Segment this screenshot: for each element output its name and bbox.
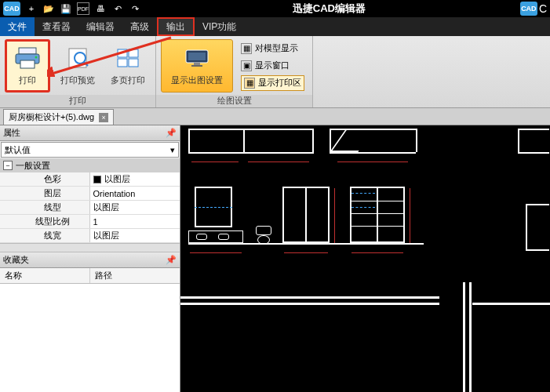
workspace: 属性 📌 默认值 ▾ − 一般设置 色彩 以图层 图层 Orientation …: [0, 125, 550, 392]
svg-rect-12: [188, 53, 206, 60]
panel-splitter[interactable]: [0, 243, 180, 252]
document-tab-bar: 厨房橱柜设计+(5).dwg ×: [0, 108, 550, 125]
multipage-label: 多页打印: [111, 74, 145, 86]
print-preview-button[interactable]: 打印预览: [55, 39, 100, 93]
favorites-body: [0, 284, 180, 392]
prop-row[interactable]: 色彩 以图层: [0, 172, 180, 187]
property-target-combo[interactable]: 默认值 ▾: [1, 142, 179, 158]
ribbon-group-print: 打印 打印预览 多页打印 打印: [0, 36, 156, 107]
prop-section-header[interactable]: − 一般设置: [0, 158, 180, 172]
document-tab[interactable]: 厨房橱柜设计+(5).dwg ×: [3, 109, 114, 125]
show-print-area-label: 显示打印区: [258, 77, 301, 89]
drawing-canvas[interactable]: [180, 125, 550, 392]
prop-name: 图层: [0, 187, 90, 200]
print-label: 打印: [19, 74, 36, 86]
menu-file[interactable]: 文件: [0, 17, 35, 36]
monitor-icon: [184, 45, 210, 71]
properties-title: 属性: [3, 127, 20, 139]
print-icon[interactable]: 🖶: [94, 2, 107, 15]
menu-viewer[interactable]: 查看器: [35, 17, 78, 36]
multipage-print-button[interactable]: 多页打印: [105, 39, 151, 93]
svg-rect-10: [129, 59, 138, 67]
prop-value[interactable]: 以图层: [90, 172, 180, 186]
prop-row[interactable]: 线宽 以图层: [0, 229, 180, 243]
preview-label: 打印预览: [60, 74, 95, 86]
app-logo: CAD: [3, 2, 20, 16]
prop-section-label: 一般设置: [16, 160, 50, 172]
left-panels: 属性 📌 默认值 ▾ − 一般设置 色彩 以图层 图层 Orientation …: [0, 125, 180, 392]
ribbon-group-plot-label: 绘图设置: [156, 95, 312, 107]
brand-suffix: C: [539, 2, 547, 15]
menu-advanced[interactable]: 高级: [122, 17, 157, 36]
prop-name: 色彩: [0, 172, 90, 186]
prop-name: 线型: [0, 201, 90, 214]
show-model-toggle[interactable]: ▦ 对模型显示: [241, 41, 304, 56]
prop-value[interactable]: 以图层: [90, 229, 180, 242]
prop-value[interactable]: 1: [90, 215, 180, 228]
close-icon[interactable]: ×: [99, 113, 108, 122]
color-swatch: [93, 176, 101, 183]
menu-vip[interactable]: VIP功能: [195, 17, 244, 36]
preview-icon: [64, 45, 91, 71]
fav-col-name[interactable]: 名称: [0, 268, 90, 283]
prop-value[interactable]: 以图层: [90, 201, 180, 214]
document-tab-label: 厨房橱柜设计+(5).dwg: [9, 111, 94, 123]
fav-col-path[interactable]: 路径: [90, 268, 180, 283]
print-button[interactable]: 打印: [5, 39, 50, 93]
title-bar: CAD + 📂 💾 PDF 🖶 ↶ ↷ 迅捷CAD编辑器 CAD C: [0, 0, 550, 17]
quick-access-toolbar: + 📂 💾 PDF 🖶 ↶ ↷: [25, 2, 141, 15]
prop-name: 线型比例: [0, 215, 90, 228]
pin-icon[interactable]: 📌: [166, 128, 177, 139]
printer-icon: [14, 45, 41, 71]
ribbon-group-print-label: 打印: [0, 95, 155, 107]
svg-rect-0: [19, 48, 36, 54]
pin-icon[interactable]: 📌: [166, 255, 177, 266]
favorites-panel-header: 收藏夹 📌: [0, 252, 180, 268]
show-window-label: 显示窗口: [255, 60, 290, 71]
prop-row[interactable]: 图层 Orientation: [0, 187, 180, 201]
svg-rect-14: [191, 65, 202, 67]
svg-rect-4: [69, 49, 86, 67]
undo-icon[interactable]: ↶: [111, 2, 124, 15]
show-window-toggle[interactable]: ▣ 显示窗口: [241, 58, 304, 74]
print-area-icon: ▦: [244, 78, 255, 89]
svg-point-3: [35, 56, 38, 59]
open-icon[interactable]: 📂: [42, 2, 55, 15]
save-icon[interactable]: 💾: [60, 2, 72, 15]
prop-value[interactable]: Orientation: [90, 187, 180, 200]
plot-options: ▦ 对模型显示 ▣ 显示窗口 ▦ 显示打印区: [238, 39, 308, 93]
menu-output[interactable]: 输出: [157, 17, 195, 36]
property-grid: 色彩 以图层 图层 Orientation 线型 以图层 线型比例 1 线宽 以…: [0, 172, 180, 243]
favorites-title: 收藏夹: [3, 254, 29, 266]
prop-name: 线宽: [0, 229, 90, 242]
svg-rect-2: [20, 60, 35, 68]
collapse-icon[interactable]: −: [3, 161, 13, 170]
menu-bar: 文件 查看器 编辑器 高级 输出 VIP功能: [0, 17, 550, 36]
multipage-icon: [115, 45, 141, 71]
properties-panel-header: 属性 📌: [0, 125, 180, 141]
chevron-down-icon[interactable]: ▾: [170, 145, 175, 155]
combo-value: 默认值: [5, 144, 31, 156]
favorites-columns: 名称 路径: [0, 268, 180, 284]
prop-row[interactable]: 线型比例 1: [0, 215, 180, 229]
prop-row[interactable]: 线型 以图层: [0, 201, 180, 215]
show-plot-config-label: 显示出图设置: [171, 74, 223, 86]
app-title: 迅捷CAD编辑器: [141, 2, 517, 16]
menu-editor[interactable]: 编辑器: [78, 17, 122, 36]
brand-badge: CAD: [520, 2, 537, 16]
window-icon: ▣: [241, 60, 252, 71]
ribbon-group-plot: 显示出图设置 ▦ 对模型显示 ▣ 显示窗口 ▦ 显示打印区 绘图设置: [156, 36, 313, 107]
redo-icon[interactable]: ↷: [129, 2, 141, 15]
show-plot-config-button[interactable]: 显示出图设置: [161, 39, 233, 93]
pdf-icon[interactable]: PDF: [77, 2, 89, 15]
show-print-area-toggle[interactable]: ▦ 显示打印区: [241, 75, 304, 91]
svg-rect-9: [118, 59, 127, 67]
svg-rect-8: [129, 49, 138, 57]
svg-rect-13: [194, 63, 200, 65]
svg-rect-7: [118, 49, 127, 57]
ribbon: 打印 打印预览 多页打印 打印 显示出图设置: [0, 36, 550, 108]
new-icon[interactable]: +: [25, 2, 38, 15]
show-model-label: 对模型显示: [255, 42, 298, 54]
layers-icon: ▦: [241, 43, 252, 54]
